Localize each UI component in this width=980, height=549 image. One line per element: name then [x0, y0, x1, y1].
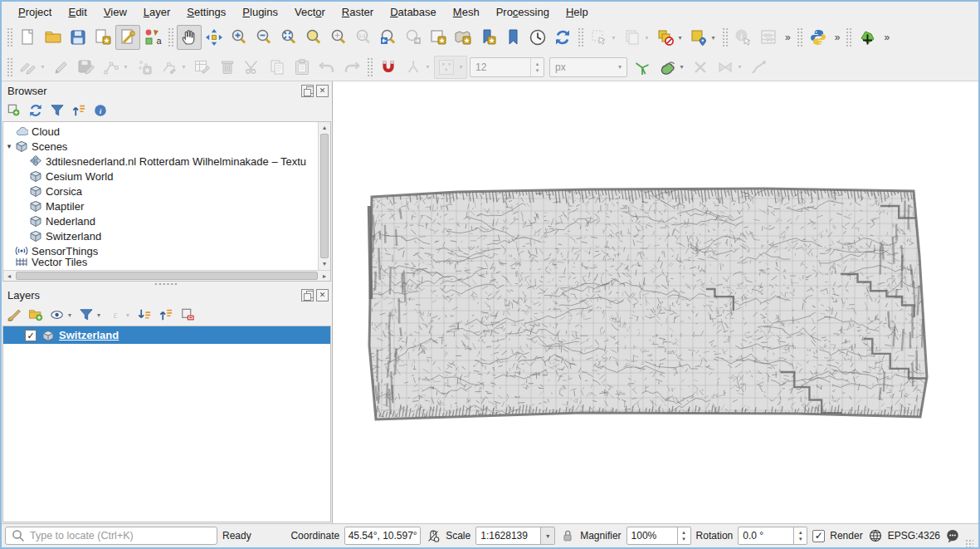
browser-item-corsica[interactable]: Corsica: [3, 184, 330, 199]
temporal-controller-button[interactable]: [525, 25, 550, 50]
browser-item-maptiler[interactable]: Maptiler: [3, 199, 330, 213]
menu-edit[interactable]: Edit: [60, 3, 95, 21]
browser-item-switzerland[interactable]: Switzerland: [3, 228, 330, 243]
select-features-button[interactable]: ▾: [587, 25, 620, 50]
crs-value[interactable]: EPSG:4326: [888, 530, 940, 542]
toolbar-handle[interactable]: [578, 27, 584, 47]
new-project-button[interactable]: [16, 25, 41, 50]
snap-on-intersection-button[interactable]: ▾: [401, 56, 434, 79]
show-layout-manager-button[interactable]: [115, 25, 140, 50]
pan-to-selection-button[interactable]: [202, 25, 227, 50]
scale-dropdown-arrow[interactable]: ▾: [540, 527, 554, 544]
browser-item-nederland[interactable]: Nederland: [3, 213, 330, 228]
browser-item-sensorthings[interactable]: SensorThings: [3, 243, 330, 258]
dropdown-arrow-icon[interactable]: ▾: [122, 63, 129, 71]
plugin-tool-button[interactable]: [855, 25, 880, 50]
scroll-down-arrow[interactable]: ▾: [319, 258, 330, 270]
save-layer-edits-button[interactable]: [74, 56, 99, 79]
zoom-last-button[interactable]: [376, 25, 401, 50]
zoom-to-selection-button[interactable]: [301, 25, 326, 50]
browser-close-button[interactable]: ✕: [316, 85, 329, 97]
filter-legend-button[interactable]: ▾: [77, 306, 103, 324]
digitize-with-segment-button[interactable]: ▾: [99, 56, 132, 79]
toolbar-handle[interactable]: [722, 27, 729, 47]
filter-by-expression-button[interactable]: ε▾: [106, 306, 132, 324]
open-project-button[interactable]: [41, 25, 66, 50]
add-selected-layers-button[interactable]: [5, 101, 23, 120]
dropdown-arrow-icon[interactable]: ▾: [39, 63, 46, 71]
modify-attributes-button[interactable]: [190, 56, 215, 79]
dropdown-arrow-icon[interactable]: ▾: [709, 34, 717, 42]
dropdown-arrow-icon[interactable]: ▾: [678, 63, 685, 71]
dropdown-arrow-icon[interactable]: ▾: [180, 63, 188, 71]
zoom-full-button[interactable]: [276, 25, 301, 50]
paste-features-button[interactable]: [290, 56, 314, 79]
zoom-native-button[interactable]: 1:1: [351, 25, 376, 50]
scale-combobox[interactable]: 1:1628139 ▾: [475, 527, 555, 545]
dropdown-arrow-icon[interactable]: ▾: [457, 63, 465, 71]
enable-snapping-button[interactable]: [376, 56, 401, 79]
toolbar-handle[interactable]: [168, 27, 174, 47]
menu-database[interactable]: Database: [382, 3, 445, 21]
style-manager-button[interactable]: a: [140, 25, 165, 50]
pan-map-button[interactable]: [177, 25, 202, 50]
magnifier-spinbox[interactable]: 100% ▴▾: [627, 527, 691, 545]
show-spatial-bookmarks-button[interactable]: [500, 25, 525, 50]
deselect-all-button[interactable]: ▾: [653, 25, 686, 50]
lock-scale-icon[interactable]: [560, 528, 575, 543]
browser-vertical-scrollbar[interactable]: ▴ ▾: [318, 122, 330, 270]
menu-plugins[interactable]: Plugins: [234, 3, 286, 21]
toolbar-handle[interactable]: [797, 27, 803, 47]
new-3d-map-view-button[interactable]: [451, 25, 475, 50]
manage-map-themes-button[interactable]: ▾: [48, 306, 74, 324]
remove-layer-button[interactable]: [178, 306, 197, 324]
select-features-by-form-button[interactable]: ▾: [620, 25, 653, 50]
save-project-button[interactable]: [66, 25, 90, 50]
menu-raster[interactable]: Raster: [334, 3, 382, 21]
toggle-editing-button[interactable]: [49, 56, 74, 79]
new-spatial-bookmark-button[interactable]: [475, 25, 500, 50]
locate-input[interactable]: [30, 530, 212, 542]
expander-open-icon[interactable]: ▾: [3, 142, 15, 150]
undo-button[interactable]: [314, 56, 339, 79]
browser-item-vector-tiles[interactable]: Vector Tiles: [3, 258, 330, 266]
toolbar-handle[interactable]: [7, 27, 13, 47]
zoom-next-button[interactable]: [401, 25, 426, 50]
menu-vector[interactable]: Vector: [286, 3, 334, 21]
collapse-all-button[interactable]: [157, 306, 175, 324]
layer-item-switzerland[interactable]: ✓Switzerland: [3, 326, 330, 344]
menu-processing[interactable]: Processing: [488, 3, 558, 21]
rotation-spinbox[interactable]: 0.0 ° ▴▾: [738, 527, 807, 545]
new-print-layout-button[interactable]: [90, 25, 115, 50]
snapping-tolerance-spinbox[interactable]: 12▴▾: [470, 57, 544, 77]
cut-features-button[interactable]: [240, 56, 265, 79]
delete-vertex-button[interactable]: [688, 56, 713, 79]
toolbar-overflow-button[interactable]: »: [781, 32, 794, 43]
add-record-button[interactable]: [132, 56, 157, 79]
toolbar-overflow-button[interactable]: »: [831, 32, 844, 43]
properties-info-button[interactable]: i: [91, 101, 110, 120]
scroll-left-arrow[interactable]: ◂: [3, 272, 15, 280]
dropdown-arrow-icon[interactable]: ▾: [610, 34, 617, 42]
scroll-right-arrow[interactable]: ▸: [319, 272, 330, 280]
menu-view[interactable]: View: [95, 3, 135, 21]
browser-item-3dtilesnederland-nl-rotterdam-[interactable]: 3dtilesnederland.nl Rotterdam Wilhelmina…: [3, 154, 330, 169]
menu-project[interactable]: Project: [10, 3, 60, 21]
new-map-view-button[interactable]: [426, 25, 451, 50]
redo-button[interactable]: [339, 56, 364, 79]
identify-features-button[interactable]: i: [731, 25, 756, 50]
refresh-browser-button[interactable]: [27, 101, 45, 120]
layers-close-button[interactable]: ✕: [316, 289, 329, 301]
collapse-all-button[interactable]: [70, 101, 88, 120]
select-by-value-button[interactable]: ▾: [686, 25, 719, 50]
browser-item-cesium-world[interactable]: Cesium World: [3, 169, 330, 184]
menu-settings[interactable]: Settings: [178, 3, 234, 21]
zoom-to-layer-button[interactable]: [326, 25, 351, 50]
filter-browser-button[interactable]: [48, 101, 66, 120]
dropdown-arrow-icon[interactable]: ▾: [424, 63, 431, 71]
statistical-summary-button[interactable]: [756, 25, 781, 50]
dropdown-arrow-icon[interactable]: ▾: [736, 63, 744, 71]
dropdown-arrow-icon[interactable]: ▾: [676, 34, 684, 42]
messages-icon[interactable]: [945, 528, 960, 543]
reshape-features-button[interactable]: ▾: [713, 56, 746, 79]
